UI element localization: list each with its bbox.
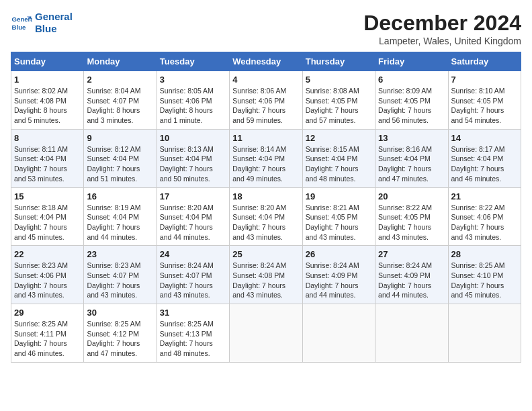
day-info: Sunrise: 8:25 AMSunset: 4:13 PMDaylight:… — [160, 319, 226, 359]
day-info: Sunrise: 8:24 AMSunset: 4:08 PMDaylight:… — [232, 261, 299, 300]
column-header-friday: Friday — [375, 52, 448, 71]
calendar-cell: 30Sunrise: 8:25 AMSunset: 4:12 PMDayligh… — [84, 304, 157, 363]
calendar-cell: 16Sunrise: 8:19 AMSunset: 4:04 PMDayligh… — [84, 187, 157, 246]
day-number: 28 — [451, 249, 518, 259]
calendar-cell: 25Sunrise: 8:24 AMSunset: 4:08 PMDayligh… — [230, 246, 302, 304]
calendar-cell: 14Sunrise: 8:17 AMSunset: 4:04 PMDayligh… — [448, 129, 521, 187]
calendar-cell: 19Sunrise: 8:21 AMSunset: 4:05 PMDayligh… — [302, 187, 375, 246]
day-number: 15 — [14, 191, 81, 201]
day-info: Sunrise: 8:24 AMSunset: 4:09 PMDaylight:… — [306, 261, 372, 300]
day-info: Sunrise: 8:12 AMSunset: 4:04 PMDaylight:… — [87, 144, 153, 184]
week-row-2: 8Sunrise: 8:11 AMSunset: 4:04 PMDaylight… — [11, 129, 521, 187]
day-info: Sunrise: 8:20 AMSunset: 4:04 PMDaylight:… — [160, 203, 226, 242]
day-number: 17 — [160, 191, 226, 201]
calendar-cell: 23Sunrise: 8:23 AMSunset: 4:07 PMDayligh… — [84, 246, 157, 304]
day-info: Sunrise: 8:23 AMSunset: 4:06 PMDaylight:… — [14, 261, 81, 300]
day-number: 5 — [306, 75, 372, 85]
day-info: Sunrise: 8:25 AMSunset: 4:12 PMDaylight:… — [87, 319, 153, 359]
day-number: 9 — [87, 133, 153, 143]
day-info: Sunrise: 8:09 AMSunset: 4:05 PMDaylight:… — [378, 86, 445, 126]
week-row-5: 29Sunrise: 8:25 AMSunset: 4:11 PMDayligh… — [11, 304, 521, 363]
day-info: Sunrise: 8:13 AMSunset: 4:04 PMDaylight:… — [160, 144, 226, 184]
day-info: Sunrise: 8:24 AMSunset: 4:07 PMDaylight:… — [160, 261, 226, 300]
day-info: Sunrise: 8:18 AMSunset: 4:04 PMDaylight:… — [14, 203, 81, 242]
calendar-cell: 20Sunrise: 8:22 AMSunset: 4:05 PMDayligh… — [375, 187, 448, 246]
day-info: Sunrise: 8:22 AMSunset: 4:06 PMDaylight:… — [451, 203, 518, 242]
day-info: Sunrise: 8:10 AMSunset: 4:05 PMDaylight:… — [451, 86, 518, 126]
calendar-cell — [375, 304, 448, 363]
calendar-cell: 26Sunrise: 8:24 AMSunset: 4:09 PMDayligh… — [302, 246, 375, 304]
svg-text:Blue: Blue — [12, 24, 26, 31]
day-info: Sunrise: 8:16 AMSunset: 4:04 PMDaylight:… — [378, 144, 445, 184]
day-info: Sunrise: 8:15 AMSunset: 4:04 PMDaylight:… — [306, 144, 372, 184]
column-header-tuesday: Tuesday — [157, 52, 229, 71]
day-number: 23 — [87, 249, 153, 259]
calendar-cell: 11Sunrise: 8:14 AMSunset: 4:04 PMDayligh… — [230, 129, 302, 187]
day-number: 2 — [87, 75, 153, 85]
calendar-cell — [302, 304, 375, 363]
day-number: 27 — [378, 249, 445, 259]
week-row-3: 15Sunrise: 8:18 AMSunset: 4:04 PMDayligh… — [11, 187, 521, 246]
calendar-cell: 24Sunrise: 8:24 AMSunset: 4:07 PMDayligh… — [157, 246, 229, 304]
day-info: Sunrise: 8:21 AMSunset: 4:05 PMDaylight:… — [306, 203, 372, 242]
day-number: 12 — [306, 133, 372, 143]
day-number: 30 — [87, 308, 153, 318]
logo: General Blue General Blue — [11, 11, 73, 35]
week-row-4: 22Sunrise: 8:23 AMSunset: 4:06 PMDayligh… — [11, 246, 521, 304]
column-header-monday: Monday — [84, 52, 157, 71]
day-number: 19 — [306, 191, 372, 201]
day-number: 16 — [87, 191, 153, 201]
calendar-cell: 3Sunrise: 8:05 AMSunset: 4:06 PMDaylight… — [157, 71, 229, 130]
day-number: 6 — [378, 75, 445, 85]
calendar-cell: 6Sunrise: 8:09 AMSunset: 4:05 PMDaylight… — [375, 71, 448, 130]
day-number: 13 — [378, 133, 445, 143]
calendar-cell: 31Sunrise: 8:25 AMSunset: 4:13 PMDayligh… — [157, 304, 229, 363]
day-number: 21 — [451, 191, 518, 201]
calendar-cell: 21Sunrise: 8:22 AMSunset: 4:06 PMDayligh… — [448, 187, 521, 246]
calendar-cell: 28Sunrise: 8:25 AMSunset: 4:10 PMDayligh… — [448, 246, 521, 304]
column-header-sunday: Sunday — [11, 52, 84, 71]
calendar-cell: 15Sunrise: 8:18 AMSunset: 4:04 PMDayligh… — [11, 187, 84, 246]
calendar-header-row: SundayMondayTuesdayWednesdayThursdayFrid… — [11, 52, 521, 71]
calendar-cell: 10Sunrise: 8:13 AMSunset: 4:04 PMDayligh… — [157, 129, 229, 187]
day-info: Sunrise: 8:04 AMSunset: 4:07 PMDaylight:… — [87, 86, 153, 126]
calendar-cell: 9Sunrise: 8:12 AMSunset: 4:04 PMDaylight… — [84, 129, 157, 187]
day-info: Sunrise: 8:24 AMSunset: 4:09 PMDaylight:… — [378, 261, 445, 300]
day-number: 8 — [14, 133, 81, 143]
calendar-cell: 8Sunrise: 8:11 AMSunset: 4:04 PMDaylight… — [11, 129, 84, 187]
day-info: Sunrise: 8:23 AMSunset: 4:07 PMDaylight:… — [87, 261, 153, 300]
day-number: 25 — [232, 249, 299, 259]
calendar-cell — [448, 304, 521, 363]
day-info: Sunrise: 8:25 AMSunset: 4:10 PMDaylight:… — [451, 261, 518, 300]
calendar-cell: 17Sunrise: 8:20 AMSunset: 4:04 PMDayligh… — [157, 187, 229, 246]
page-header: General Blue General Blue December 2024 … — [11, 11, 521, 46]
location: Lampeter, Wales, United Kingdom — [363, 36, 521, 46]
day-info: Sunrise: 8:05 AMSunset: 4:06 PMDaylight:… — [160, 86, 226, 126]
calendar-cell: 5Sunrise: 8:08 AMSunset: 4:05 PMDaylight… — [302, 71, 375, 130]
calendar-cell — [230, 304, 302, 363]
day-number: 14 — [451, 133, 518, 143]
calendar-cell: 18Sunrise: 8:20 AMSunset: 4:04 PMDayligh… — [230, 187, 302, 246]
day-info: Sunrise: 8:08 AMSunset: 4:05 PMDaylight:… — [306, 86, 372, 126]
day-info: Sunrise: 8:11 AMSunset: 4:04 PMDaylight:… — [14, 144, 81, 184]
day-number: 10 — [160, 133, 226, 143]
day-info: Sunrise: 8:19 AMSunset: 4:04 PMDaylight:… — [87, 203, 153, 242]
day-number: 29 — [14, 308, 81, 318]
day-number: 4 — [232, 75, 299, 85]
day-number: 22 — [14, 249, 81, 259]
day-info: Sunrise: 8:22 AMSunset: 4:05 PMDaylight:… — [378, 203, 445, 242]
calendar-cell: 12Sunrise: 8:15 AMSunset: 4:04 PMDayligh… — [302, 129, 375, 187]
calendar-cell: 27Sunrise: 8:24 AMSunset: 4:09 PMDayligh… — [375, 246, 448, 304]
day-info: Sunrise: 8:25 AMSunset: 4:11 PMDaylight:… — [14, 319, 81, 359]
calendar-cell: 1Sunrise: 8:02 AMSunset: 4:08 PMDaylight… — [11, 71, 84, 130]
calendar-cell: 2Sunrise: 8:04 AMSunset: 4:07 PMDaylight… — [84, 71, 157, 130]
day-number: 11 — [232, 133, 299, 143]
logo-text: General Blue — [35, 11, 73, 35]
calendar-body: 1Sunrise: 8:02 AMSunset: 4:08 PMDaylight… — [11, 71, 521, 363]
day-info: Sunrise: 8:17 AMSunset: 4:04 PMDaylight:… — [451, 144, 518, 184]
day-info: Sunrise: 8:02 AMSunset: 4:08 PMDaylight:… — [14, 86, 81, 126]
day-number: 18 — [232, 191, 299, 201]
title-block: December 2024 Lampeter, Wales, United Ki… — [363, 11, 521, 46]
column-header-wednesday: Wednesday — [230, 52, 302, 71]
day-number: 31 — [160, 308, 226, 318]
